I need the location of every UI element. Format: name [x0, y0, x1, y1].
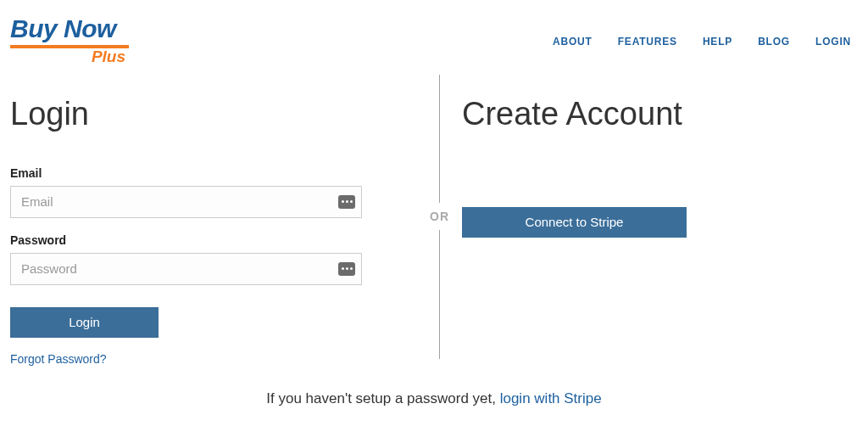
forgot-password-link[interactable]: Forgot Password? [10, 352, 107, 366]
create-account-column: Create Account Connect to Stripe [396, 96, 858, 367]
autofill-icon[interactable] [338, 195, 355, 209]
main-nav: ABOUT FEATURES HELP BLOG LOGIN [553, 36, 851, 48]
header: Buy Now Plus ABOUT FEATURES HELP BLOG LO… [0, 0, 868, 75]
password-input[interactable] [10, 253, 362, 285]
connect-stripe-button[interactable]: Connect to Stripe [462, 207, 687, 238]
password-input-wrap [10, 253, 362, 285]
footer-prefix: If you haven't setup a password yet, [266, 390, 499, 406]
nav-login[interactable]: LOGIN [815, 36, 851, 48]
logo-word-buy: Buy [10, 14, 57, 42]
logo-text: Buy Now [10, 17, 116, 42]
logo[interactable]: Buy Now Plus [10, 17, 129, 66]
create-account-heading: Create Account [462, 96, 858, 132]
email-input[interactable] [10, 186, 362, 218]
divider-line-bottom [439, 230, 440, 359]
password-label: Password [10, 233, 362, 247]
footer-text: If you haven't setup a password yet, log… [0, 390, 868, 407]
divider: OR [430, 75, 449, 359]
nav-features[interactable]: FEATURES [618, 36, 677, 48]
email-input-wrap [10, 186, 362, 218]
logo-word-now: Now [64, 14, 116, 42]
divider-line-top [439, 75, 440, 204]
nav-about[interactable]: ABOUT [553, 36, 593, 48]
login-column: Login Email Password Login Forgot Passwo… [10, 96, 396, 367]
login-with-stripe-link[interactable]: login with Stripe [500, 390, 602, 406]
login-heading: Login [10, 96, 362, 132]
nav-help[interactable]: HELP [703, 36, 732, 48]
login-button[interactable]: Login [10, 307, 159, 338]
autofill-icon[interactable] [338, 262, 355, 276]
email-label: Email [10, 166, 362, 180]
logo-word-plus: Plus [92, 48, 125, 66]
or-label: OR [430, 203, 449, 230]
content: Login Email Password Login Forgot Passwo… [0, 75, 868, 367]
nav-blog[interactable]: BLOG [758, 36, 790, 48]
